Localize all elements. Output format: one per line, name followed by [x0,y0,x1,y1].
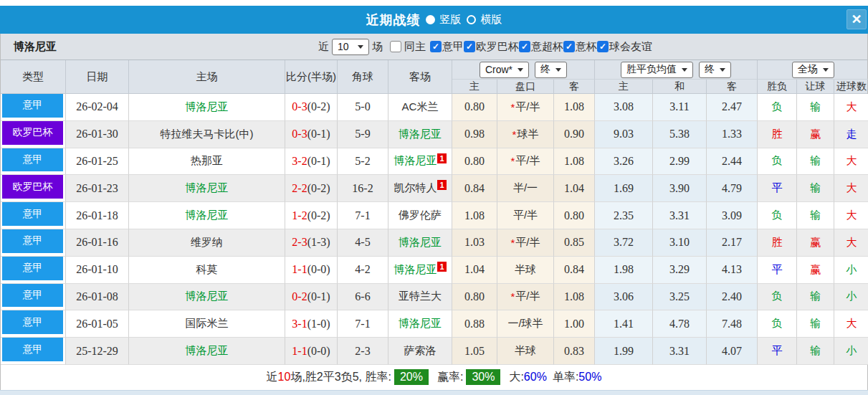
layout-vertical-label[interactable]: 竖版 [440,13,462,27]
corner-cell: 7-1 [338,310,388,338]
league-type-cell: 意甲 [1,310,66,338]
result-wdl-cell: 胜 [758,121,797,148]
competition-checkbox[interactable]: ✓ [464,41,475,52]
team-link[interactable]: 博洛尼亚 [186,344,229,358]
date-cell: 26-02-04 [66,94,129,121]
odds-state-select[interactable]: 终 [535,62,567,78]
layout-horizontal-radio[interactable] [467,15,476,24]
avg-draw-cell: 2.99 [653,148,707,176]
team-link[interactable]: 博洛尼亚 [399,317,442,330]
avg-home-cell: 2.35 [595,202,653,229]
layout-vertical-radio[interactable] [426,15,435,24]
team-name: 博洛尼亚 [14,40,57,54]
competition-label: 意甲 [442,40,464,54]
star-marker: * [510,290,515,303]
odds-home-cell: 1.08 [452,202,497,229]
team-link[interactable]: 凯尔特人 [394,181,437,195]
result-handicap-cell: 输 [797,148,834,176]
summary-text: 赢率: [437,370,463,385]
odds-home-cell: 0.80 [452,94,497,121]
rate-badge: 20% [394,369,429,385]
team-link[interactable]: 博洛尼亚 [399,128,442,141]
result-group-header: 全场 [758,60,868,80]
team-link[interactable]: 维罗纳 [191,236,223,249]
star-marker: * [510,155,515,167]
avg-draw-cell: 5.38 [653,121,707,148]
corner-cell: 4-5 [338,229,388,257]
chevron-down-icon [358,45,363,49]
scope-select[interactable]: 全场 [792,62,834,78]
avg-home-cell: 1.99 [595,338,653,365]
recent-label: 近 [318,40,329,54]
away-team-cell: 博洛尼亚1 [388,257,452,284]
result-wdl-cell: 平 [758,257,797,284]
team-link[interactable]: AC米兰 [402,100,439,114]
away-team-cell: 博洛尼亚 [388,310,452,338]
score-cell: 1-2(0-2) [285,202,338,229]
competition-checkbox[interactable]: ✓ [597,41,609,52]
team-link[interactable]: 热那亚 [191,154,223,168]
sub-header-odds-away: 客 [554,80,595,93]
league-badge: 意甲 [2,284,63,308]
team-link[interactable]: 博洛尼亚 [186,181,229,195]
layout-horizontal-label[interactable]: 横版 [481,13,502,27]
sub-header-handicap: 盘口 [497,80,554,93]
close-icon[interactable]: ✕ [846,9,867,29]
team-link[interactable]: 佛罗伦萨 [399,209,442,222]
result-goals-cell: 小 [834,284,868,311]
date-cell: 26-01-30 [66,121,129,148]
away-team-cell: 亚特兰大 [388,284,452,311]
team-link[interactable]: 博洛尼亚 [186,290,229,303]
competition-checkbox[interactable]: ✓ [563,41,575,52]
team-link[interactable]: 亚特兰大 [399,290,442,303]
same-home-checkbox[interactable] [390,41,401,52]
league-badge: 意甲 [2,338,63,361]
chevron-down-icon [555,68,561,72]
team-link[interactable]: 特拉维夫马卡比(中) [161,128,254,141]
league-badge: 意甲 [2,229,63,253]
home-team-cell: 科莫 [129,257,285,284]
team-link[interactable]: 科莫 [196,263,218,277]
league-badge: 意甲 [2,94,63,118]
avg-away-cell: 2.44 [707,148,758,176]
team-link[interactable]: 博洛尼亚 [399,236,442,249]
league-type-cell: 欧罗巴杯 [1,121,66,148]
result-handicap-cell: 赢 [797,257,834,284]
away-team-cell: 博洛尼亚 [388,121,452,148]
recent-count-select[interactable]: 10 [332,39,369,55]
chevron-down-icon [518,68,523,72]
odds-away-cell: 0.83 [554,338,595,365]
col-header-home: 主场 [129,60,285,93]
avg-draw-cell: 3.31 [653,338,707,365]
title-bar: 近期战绩 竖版 横版 ✕ [0,6,868,34]
result-goals-cell: 大 [834,94,868,121]
team-link[interactable]: 博洛尼亚 [186,100,229,114]
star-marker: * [510,101,515,113]
avg-home-cell: 1.98 [595,257,653,284]
odds-away-cell: 0.80 [554,202,595,229]
team-link[interactable]: 博洛尼亚 [394,263,437,277]
result-handicap-cell: 输 [797,310,834,338]
avg-metric-select[interactable]: 胜平负均值 [621,62,693,78]
red-card-badge: 1 [437,153,446,163]
team-link[interactable]: 博洛尼亚 [394,154,437,168]
result-wdl-cell: 平 [758,175,797,202]
competition-checkbox[interactable]: ✓ [430,41,442,52]
handicap-line-cell: *平/半 [497,148,554,176]
league-type-cell: 意甲 [1,284,66,311]
bookmaker-select[interactable]: Crow* [480,62,529,78]
odds-away-cell: 0.90 [554,121,595,148]
top-gap [0,0,868,6]
sub-header-handicap-result: 让球 [797,80,834,93]
sub-header-avg-draw: 和 [653,80,707,93]
odds-away-cell: 1.08 [554,284,595,311]
sub-header-avg-home: 主 [595,80,653,93]
competition-checkbox[interactable]: ✓ [519,41,530,52]
avg-away-cell: 2.47 [707,94,758,121]
team-link[interactable]: 博洛尼亚 [186,209,229,222]
bottom-strip [0,390,868,395]
team-link[interactable]: 国际米兰 [186,317,229,330]
team-link[interactable]: 萨索洛 [404,344,437,358]
match-row: 意甲26-02-04博洛尼亚0-3(0-2)5-0AC米兰0.80*平/半1.0… [1,94,867,121]
avg-state-select[interactable]: 终 [699,62,731,78]
